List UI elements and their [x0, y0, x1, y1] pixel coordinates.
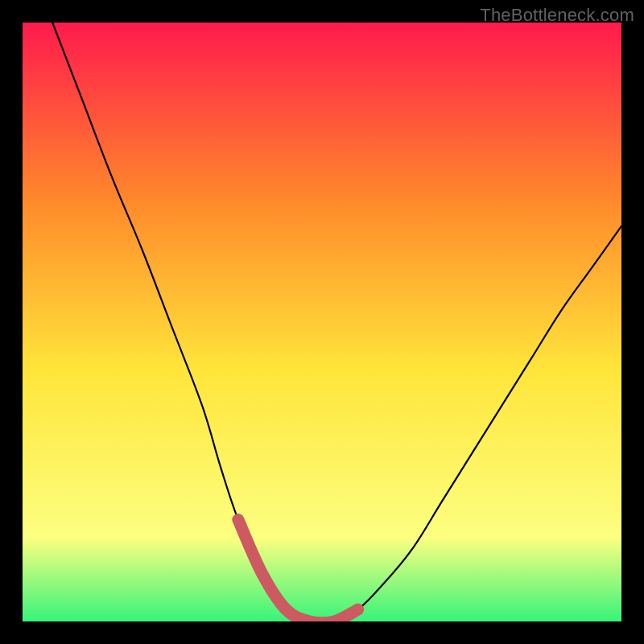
plot-area — [23, 23, 621, 621]
chart-frame: TheBottleneck.com — [0, 0, 644, 644]
watermark-label: TheBottleneck.com — [480, 5, 634, 26]
bottleneck-chart-svg — [23, 23, 621, 621]
gradient-background — [23, 23, 621, 621]
